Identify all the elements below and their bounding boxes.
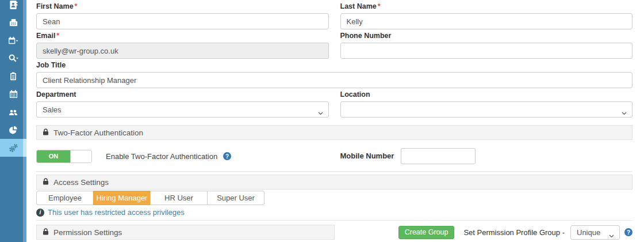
- calendar-icon: [9, 89, 18, 99]
- restricted-access-text: This user has restricted access privileg…: [48, 208, 185, 217]
- mobile-number-input[interactable]: [401, 148, 476, 164]
- department-field: Department Sales: [36, 90, 329, 118]
- create-group-button[interactable]: Create Group: [398, 226, 455, 239]
- last-name-field: Last Name*: [340, 2, 633, 29]
- phone-input[interactable]: [340, 43, 633, 59]
- role-button-hiring-manager[interactable]: Hiring Manager: [93, 191, 151, 205]
- toggle-knob: [70, 150, 91, 162]
- sidebar-item-search-menu[interactable]: [0, 50, 26, 67]
- chevron-down-icon: [609, 231, 614, 240]
- lock-icon: [43, 128, 49, 137]
- two-factor-toggle-label: Enable Two-Factor Authentication: [106, 152, 217, 161]
- first-name-field: First Name*: [36, 2, 329, 29]
- sidebar-item-fax[interactable]: [0, 14, 26, 32]
- section-title: Access Settings: [53, 178, 109, 187]
- required-asterisk: *: [378, 2, 381, 10]
- fax-icon: [9, 18, 18, 28]
- phone-field: Phone Number: [340, 32, 633, 59]
- chevron-down-icon: [622, 108, 627, 117]
- permission-settings-section-header: Permission Settings: [36, 225, 335, 240]
- location-field: Location: [340, 90, 633, 118]
- job-title-input[interactable]: [36, 72, 632, 88]
- search-dropdown-icon: [8, 54, 18, 63]
- sidebar-item-users[interactable]: [0, 103, 26, 121]
- help-icon[interactable]: ?: [223, 152, 231, 160]
- first-name-label: First Name*: [36, 2, 329, 10]
- sidebar-item-contacts[interactable]: [0, 0, 26, 14]
- sidebar: [0, 0, 26, 242]
- location-label: Location: [340, 90, 633, 99]
- access-settings-section-header: Access Settings: [36, 175, 632, 190]
- section-title: Permission Settings: [53, 228, 122, 237]
- role-button-employee[interactable]: Employee: [36, 191, 94, 205]
- job-title-label: Job Title: [36, 61, 632, 69]
- section-title: Two-Factor Authentication: [53, 128, 143, 137]
- phone-label: Phone Number: [340, 32, 633, 40]
- chevron-down-icon: [318, 108, 323, 117]
- sidebar-item-tasks[interactable]: [0, 67, 26, 85]
- email-label: Email*: [36, 32, 329, 40]
- role-button-super-user[interactable]: Super User: [207, 191, 264, 205]
- mobile-number-label: Mobile Number: [340, 152, 394, 160]
- last-name-input[interactable]: [340, 13, 633, 29]
- required-asterisk: *: [56, 32, 59, 40]
- first-name-input[interactable]: [36, 13, 329, 29]
- lock-icon: [43, 178, 49, 187]
- gears-icon: [8, 143, 18, 153]
- sidebar-item-reports[interactable]: [0, 121, 26, 139]
- two-factor-section-header: Two-Factor Authentication: [36, 125, 632, 140]
- info-icon: i: [36, 209, 44, 217]
- role-button-group: Employee Hiring Manager HR User Super Us…: [36, 191, 632, 205]
- clipboard-icon: [9, 71, 18, 81]
- profile-group-select[interactable]: Unique: [570, 225, 620, 240]
- location-select[interactable]: [340, 101, 633, 118]
- required-asterisk: *: [75, 2, 78, 10]
- section-divider: [36, 171, 632, 172]
- lock-icon: [43, 228, 49, 237]
- section-divider: [36, 220, 632, 221]
- department-select[interactable]: Sales: [36, 101, 329, 118]
- sidebar-item-schedule-menu[interactable]: [0, 32, 26, 50]
- sidebar-item-calendar[interactable]: [0, 85, 26, 103]
- job-title-field: Job Title: [36, 61, 632, 88]
- last-name-label: Last Name*: [340, 2, 633, 10]
- email-input: [36, 43, 329, 59]
- sidebar-item-settings[interactable]: [0, 139, 26, 157]
- department-label: Department: [36, 90, 329, 99]
- address-book-icon: [9, 0, 18, 10]
- pie-chart-icon: [9, 126, 18, 135]
- profile-group-label: Set Permission Profile Group -: [463, 228, 565, 237]
- role-button-hr-user[interactable]: HR User: [150, 191, 208, 205]
- email-field: Email*: [36, 32, 329, 59]
- user-profile-form: First Name* Last Name* Email* Phone Numb…: [26, 0, 644, 242]
- users-icon: [8, 108, 18, 117]
- restricted-access-info: i This user has restricted access privil…: [36, 208, 632, 217]
- calendar-dropdown-icon: [8, 36, 18, 46]
- help-icon[interactable]: ?: [624, 228, 632, 236]
- toggle-on-label: ON: [37, 150, 70, 162]
- two-factor-toggle[interactable]: ON: [36, 150, 92, 163]
